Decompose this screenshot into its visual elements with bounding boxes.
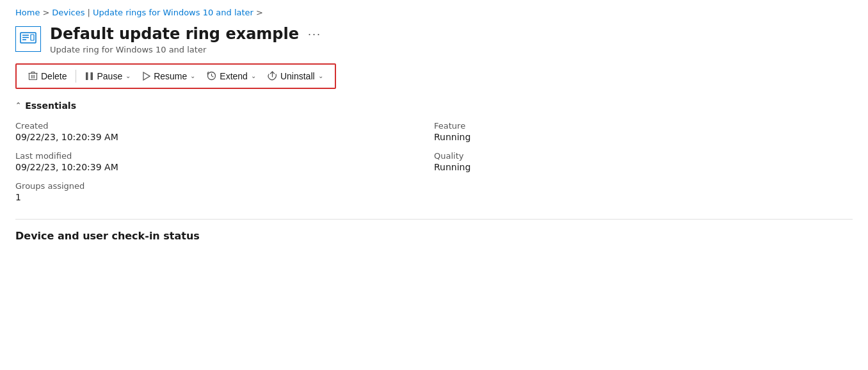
quality-label: Quality xyxy=(434,151,853,161)
feature-value: Running xyxy=(434,132,853,142)
groups-label: Groups assigned xyxy=(15,181,434,191)
section-divider xyxy=(15,219,853,220)
pause-button[interactable]: Pause ⌄ xyxy=(80,68,136,84)
essentials-section: ⌃ Essentials Created 09/22/23, 10:20:39 … xyxy=(15,101,853,209)
pause-chevron-icon: ⌄ xyxy=(125,72,131,79)
uninstall-chevron-icon: ⌄ xyxy=(318,72,323,79)
essentials-header[interactable]: ⌃ Essentials xyxy=(15,101,853,111)
breadcrumb-sep3: > xyxy=(256,8,263,17)
breadcrumb-home[interactable]: Home xyxy=(15,8,40,17)
pause-icon xyxy=(85,72,93,81)
delete-label: Delete xyxy=(41,71,67,81)
extend-label: Extend xyxy=(220,71,248,81)
feature-label: Feature xyxy=(434,121,853,131)
toolbar: Delete Pause ⌄ Resume ⌄ xyxy=(15,63,336,89)
resume-chevron-icon: ⌄ xyxy=(190,72,195,79)
essentials-feature: Feature Running xyxy=(434,118,853,149)
created-value: 09/22/23, 10:20:39 AM xyxy=(15,132,434,142)
uninstall-icon xyxy=(268,71,277,81)
breadcrumb: Home > Devices | Update rings for Window… xyxy=(15,8,853,17)
page-subtitle: Update ring for Windows 10 and later xyxy=(50,45,853,54)
pause-label: Pause xyxy=(97,71,122,81)
page-header: Default update ring example ··· Update r… xyxy=(15,25,853,54)
essentials-quality: Quality Running xyxy=(434,149,853,179)
breadcrumb-devices[interactable]: Devices xyxy=(52,8,84,17)
breadcrumb-sep2: | xyxy=(88,8,90,17)
created-label: Created xyxy=(15,121,434,131)
essentials-title: Essentials xyxy=(25,101,76,111)
svg-marker-15 xyxy=(143,72,150,80)
svg-rect-4 xyxy=(31,35,34,40)
quality-value: Running xyxy=(434,162,853,172)
page-title-block: Default update ring example ··· Update r… xyxy=(50,25,853,54)
last-modified-value: 09/22/23, 10:20:39 AM xyxy=(15,162,434,172)
groups-value: 1 xyxy=(15,192,434,202)
extend-chevron-icon: ⌄ xyxy=(251,72,256,79)
essentials-created: Created 09/22/23, 10:20:39 AM xyxy=(15,118,434,149)
page-icon xyxy=(15,26,41,52)
essentials-collapse-icon: ⌃ xyxy=(15,101,21,109)
trash-icon xyxy=(28,71,38,81)
breadcrumb-section[interactable]: Update rings for Windows 10 and later xyxy=(93,8,253,17)
extend-button[interactable]: Extend ⌄ xyxy=(202,68,261,84)
essentials-grid: Created 09/22/23, 10:20:39 AM Feature Ru… xyxy=(15,118,853,209)
resume-button[interactable]: Resume ⌄ xyxy=(137,68,200,84)
page-title: Default update ring example xyxy=(50,25,299,44)
essentials-last-modified: Last modified 09/22/23, 10:20:39 AM xyxy=(15,149,434,179)
extend-icon xyxy=(207,71,216,81)
last-modified-label: Last modified xyxy=(15,151,434,161)
uninstall-label: Uninstall xyxy=(280,71,315,81)
resume-label: Resume xyxy=(154,71,187,81)
toolbar-divider-1 xyxy=(76,70,76,83)
uninstall-button[interactable]: Uninstall ⌄ xyxy=(262,68,328,84)
checkin-status-title: Device and user check-in status xyxy=(15,230,853,242)
delete-button[interactable]: Delete xyxy=(23,68,72,84)
essentials-groups: Groups assigned 1 xyxy=(15,179,434,209)
breadcrumb-sep1: > xyxy=(42,8,49,17)
resume-icon xyxy=(142,72,150,81)
essentials-placeholder xyxy=(434,179,853,209)
more-options-button[interactable]: ··· xyxy=(305,28,324,41)
svg-rect-14 xyxy=(91,72,93,80)
svg-rect-13 xyxy=(86,72,88,80)
